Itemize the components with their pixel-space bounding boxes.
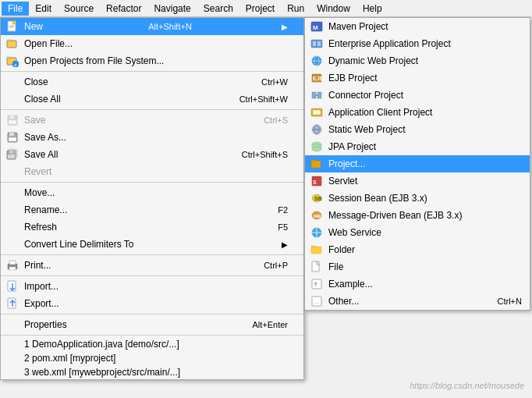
submenu-other[interactable]: ... Other... Ctrl+N: [305, 293, 530, 310]
submenu-mdb[interactable]: MB Message-Driven Bean (EJB 3.x): [305, 207, 530, 224]
separator-4: [1, 254, 303, 255]
menu-export[interactable]: Export...: [1, 295, 303, 312]
svg-rect-5: [7, 40, 11, 41]
menubar-project[interactable]: Project: [239, 2, 281, 16]
menu-import[interactable]: Import...: [1, 278, 303, 295]
menu-move[interactable]: Move...: [1, 184, 303, 201]
menu-print-label: Print...: [24, 260, 51, 271]
submenu-jpa[interactable]: JPA Project: [305, 138, 530, 155]
menubar: File Edit Source Refactor Navigate Searc…: [0, 0, 532, 17]
menubar-source[interactable]: Source: [58, 2, 100, 16]
svg-text:SB: SB: [314, 196, 322, 201]
submenu-app-client[interactable]: Application Client Project: [305, 104, 530, 121]
recent-file-3-label: 3 web.xml [mywebproject/src/main/...]: [24, 367, 180, 378]
svg-rect-14: [9, 133, 14, 136]
menu-revert[interactable]: Revert: [1, 163, 303, 180]
open-projects-icon: +: [5, 53, 20, 69]
submenu-jpa-label: JPA Project: [328, 141, 376, 152]
submenu-enterprise-label: Enterprise Application Project: [328, 38, 451, 49]
menu-properties-label: Properties: [24, 319, 67, 330]
servlet-icon: S: [309, 173, 325, 189]
rename-icon: [5, 202, 20, 218]
submenu-web-service[interactable]: Web Service: [305, 224, 530, 241]
menu-refresh[interactable]: Refresh F5: [1, 219, 303, 236]
submenu-connector[interactable]: Connector Project: [305, 87, 530, 104]
recent-file-2[interactable]: 2 pom.xml [myproject]: [1, 351, 303, 365]
menu-open-file[interactable]: Open File...: [1, 35, 303, 52]
convert-arrow: ▶: [282, 240, 288, 249]
file-dropdown: New Alt+Shift+N ▶ Open File... + Open Pr…: [0, 17, 304, 380]
menu-open-projects-label: Open Projects from File System...: [24, 55, 164, 66]
menubar-run[interactable]: Run: [281, 2, 310, 16]
menubar-help[interactable]: Help: [356, 2, 388, 16]
menu-open-file-label: Open File...: [24, 38, 73, 49]
svg-rect-4: [7, 41, 16, 48]
submenu-dynamic-web[interactable]: Dynamic Web Project: [305, 52, 530, 69]
separator-6: [1, 314, 303, 314]
svg-text:+: +: [14, 62, 17, 67]
menu-save-as-label: Save As...: [24, 132, 66, 143]
menu-save-as[interactable]: Save As...: [1, 129, 303, 146]
menu-close-all[interactable]: Close All Ctrl+Shift+W: [1, 91, 303, 108]
menu-save-label: Save: [24, 115, 45, 126]
jpa-icon: [309, 139, 325, 155]
new-submenu: M Maven Project Enterprise Application P…: [304, 17, 530, 311]
menu-print[interactable]: Print... Ctrl+P: [1, 257, 303, 274]
menu-save-all[interactable]: Save All Ctrl+Shift+S: [1, 146, 303, 163]
submenu-example[interactable]: ? Example...: [305, 275, 530, 293]
menu-rename[interactable]: Rename... F2: [1, 201, 303, 219]
submenu-static-web[interactable]: Static Web Project: [305, 121, 530, 138]
menu-revert-label: Revert: [24, 166, 51, 177]
menubar-window[interactable]: Window: [310, 2, 356, 16]
other-icon: ...: [309, 293, 325, 309]
menu-close[interactable]: Close Ctrl+W: [1, 73, 303, 91]
svg-text:M: M: [313, 24, 318, 31]
svg-text:MB: MB: [314, 214, 321, 219]
menubar-navigate[interactable]: Navigate: [147, 2, 197, 16]
menu-close-all-label: Close All: [24, 94, 61, 105]
menu-new-shortcut: Alt+Shift+N: [133, 22, 192, 31]
submenu-servlet[interactable]: S Servlet: [305, 172, 530, 190]
svg-rect-21: [9, 261, 16, 265]
menubar-edit[interactable]: Edit: [29, 2, 58, 16]
submenu-project[interactable]: Project...: [305, 155, 530, 172]
menu-save-all-shortcut: Ctrl+Shift+S: [226, 150, 288, 159]
new-icon: [5, 19, 20, 34]
svg-text:...: ...: [314, 298, 319, 305]
submenu-file[interactable]: File: [305, 258, 530, 275]
svg-rect-11: [9, 115, 14, 119]
menu-properties[interactable]: Properties Alt+Enter: [1, 316, 303, 333]
submenu-project-label: Project...: [328, 158, 365, 169]
open-file-icon: [5, 36, 20, 52]
submenu-session-bean-label: Session Bean (EJB 3.x): [328, 193, 427, 204]
submenu-enterprise[interactable]: Enterprise Application Project: [305, 35, 530, 52]
submenu-session-bean[interactable]: SB Session Bean (EJB 3.x): [305, 190, 530, 207]
enterprise-icon: [309, 36, 325, 52]
connector-icon: [309, 87, 325, 103]
menubar-search[interactable]: Search: [197, 2, 239, 16]
close-icon: [5, 74, 20, 90]
menubar-refactor[interactable]: Refactor: [100, 2, 147, 16]
submenu-ejb-label: EJB Project: [328, 73, 378, 84]
menu-export-label: Export...: [24, 298, 59, 309]
menu-import-label: Import...: [24, 281, 59, 292]
submenu-maven[interactable]: M Maven Project: [305, 18, 530, 35]
recent-file-2-label: 2 pom.xml [myproject]: [24, 353, 115, 364]
web-service-icon: [309, 225, 325, 240]
ejb-icon: EJB: [309, 70, 325, 86]
recent-file-3[interactable]: 3 web.xml [mywebproject/src/main/...]: [1, 365, 303, 379]
separator-3: [1, 182, 303, 183]
submenu-file-label: File: [328, 261, 343, 272]
submenu-folder[interactable]: Folder: [305, 241, 530, 258]
svg-rect-59: [311, 247, 321, 254]
move-icon: [5, 185, 20, 201]
menubar-file[interactable]: File: [2, 2, 29, 16]
menu-open-projects[interactable]: + Open Projects from File System...: [1, 52, 303, 69]
recent-file-1[interactable]: 1 DemoApplication.java [demo/src/...]: [1, 337, 303, 351]
separator-1: [1, 71, 303, 72]
submenu-ejb[interactable]: EJB EJB Project: [305, 69, 530, 87]
menu-new[interactable]: New Alt+Shift+N ▶: [1, 18, 303, 35]
properties-icon: [5, 317, 20, 332]
menu-save[interactable]: Save Ctrl+S: [1, 112, 303, 129]
menu-convert[interactable]: Convert Line Delimiters To ▶: [1, 236, 303, 253]
